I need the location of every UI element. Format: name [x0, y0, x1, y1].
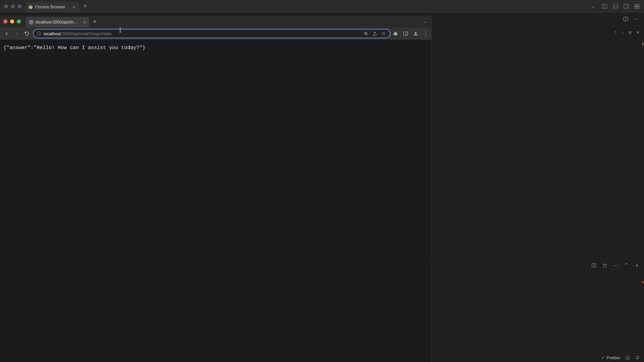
outer-new-tab-button[interactable]: +: [83, 3, 87, 10]
notifications-icon[interactable]: [635, 355, 640, 360]
prev-match-icon[interactable]: ↑: [614, 29, 617, 35]
reload-icon: [24, 31, 30, 36]
page-body: {"answer":"Hello! How can I assist you t…: [0, 40, 431, 362]
outer-max-icon[interactable]: [17, 4, 21, 8]
outer-traffic-lights: [4, 4, 21, 8]
layout-bottom-icon[interactable]: [612, 3, 618, 9]
terminal-kill-icon[interactable]: [602, 262, 608, 268]
outer-tab-close-icon[interactable]: ×: [73, 4, 75, 10]
editor-actions: ⋯: [432, 13, 644, 26]
layout-left-icon[interactable]: [602, 3, 608, 9]
layout-controls: [602, 3, 640, 9]
forward-arrow-icon: [14, 31, 19, 36]
find-menu-icon[interactable]: ≡: [629, 29, 632, 35]
outer-tabs-dropdown-icon[interactable]: ⌄: [592, 4, 595, 9]
svg-point-2: [30, 6, 31, 8]
minimap-marker: [642, 42, 643, 46]
svg-point-24: [626, 356, 630, 360]
prettier-label: Prettier: [606, 355, 620, 360]
url-text: localhost:3000/api/chat?msg=Hello: [44, 31, 360, 36]
forward-button[interactable]: [13, 30, 21, 38]
vscode-window: Chrome Browser × + ⌄: [0, 0, 644, 362]
next-match-icon[interactable]: ↓: [622, 29, 624, 35]
terminal-maximize-icon[interactable]: ⌃: [623, 262, 629, 268]
outer-titlebar: Chrome Browser × + ⌄: [0, 0, 644, 13]
back-arrow-icon: [4, 31, 9, 36]
split-editor-icon[interactable]: [623, 16, 629, 22]
svg-rect-11: [635, 6, 637, 8]
address-bar[interactable]: ⓘ localhost:3000/api/chat?msg=Hello ☆: [33, 29, 390, 38]
feedback-icon[interactable]: [625, 355, 630, 360]
find-widget: ↑ ↓ ≡ ×: [432, 26, 644, 38]
favicon-icon: [29, 20, 34, 25]
editor-side-panel: ⋯ ↑ ↓ ≡ × ⋯ ⌃: [432, 13, 644, 362]
editor-area[interactable]: [432, 38, 644, 259]
layout-right-icon[interactable]: [623, 3, 629, 9]
outer-close-icon[interactable]: [4, 4, 8, 8]
zoom-icon[interactable]: [363, 31, 369, 37]
terminal-split-icon[interactable]: [591, 262, 597, 268]
mac-traffic-lights: [3, 19, 21, 24]
menu-icon[interactable]: ⋮: [423, 31, 429, 37]
bookmark-icon[interactable]: ☆: [380, 31, 386, 37]
terminal-scroll-marker: [642, 281, 643, 283]
outer-min-icon[interactable]: [11, 4, 15, 8]
tab-close-icon[interactable]: ×: [83, 20, 86, 25]
site-info-icon[interactable]: ⓘ: [37, 31, 41, 37]
window-close-icon[interactable]: [3, 19, 7, 24]
tabs-dropdown-icon[interactable]: ⌄: [423, 19, 427, 24]
terminal-actions: ⋯ ⌃ ×: [432, 260, 644, 271]
svg-rect-3: [602, 4, 607, 8]
window-max-icon[interactable]: [17, 19, 21, 24]
svg-rect-5: [613, 4, 618, 8]
window-min-icon[interactable]: [10, 19, 14, 24]
chrome-icon: [28, 5, 33, 9]
chrome-toolbar: ⓘ localhost:3000/api/chat?msg=Hello ☆: [0, 28, 431, 40]
profile-icon[interactable]: [413, 31, 419, 37]
reload-button[interactable]: [23, 30, 31, 38]
terminal-body[interactable]: [432, 271, 644, 353]
terminal-panel: ⋯ ⌃ ×: [432, 259, 644, 353]
browser-tab[interactable]: localhost:3000/api/chat?msg= ×: [26, 17, 89, 27]
outer-tab-title: Chrome Browser: [35, 5, 65, 9]
status-bar: ✓ Prettier: [432, 353, 644, 362]
prettier-status[interactable]: ✓ Prettier: [601, 355, 620, 360]
sidepanel-icon[interactable]: [403, 31, 409, 37]
back-button[interactable]: [3, 30, 11, 38]
svg-rect-9: [635, 4, 637, 6]
share-icon[interactable]: [372, 31, 378, 37]
new-tab-button[interactable]: +: [93, 18, 96, 25]
extensions-icon[interactable]: [393, 31, 399, 37]
browser-tab-title: localhost:3000/api/chat?msg=: [36, 20, 79, 25]
svg-rect-12: [637, 6, 639, 8]
outer-tab-chrome[interactable]: Chrome Browser ×: [26, 2, 79, 12]
layout-grid-icon[interactable]: [634, 3, 640, 9]
chrome-window: localhost:3000/api/chat?msg= × + ⌄: [0, 13, 432, 362]
svg-rect-10: [637, 4, 639, 6]
chrome-tabstrip: localhost:3000/api/chat?msg= × + ⌄: [0, 15, 431, 28]
svg-rect-17: [404, 32, 408, 36]
svg-line-14: [367, 34, 368, 35]
close-find-icon[interactable]: ×: [636, 29, 639, 35]
terminal-more-icon[interactable]: ⋯: [612, 262, 618, 268]
svg-point-19: [415, 32, 416, 34]
svg-rect-7: [624, 4, 629, 8]
check-icon: ✓: [601, 355, 605, 360]
more-actions-icon[interactable]: ⋯: [633, 16, 639, 22]
terminal-close-icon[interactable]: ×: [634, 262, 640, 268]
